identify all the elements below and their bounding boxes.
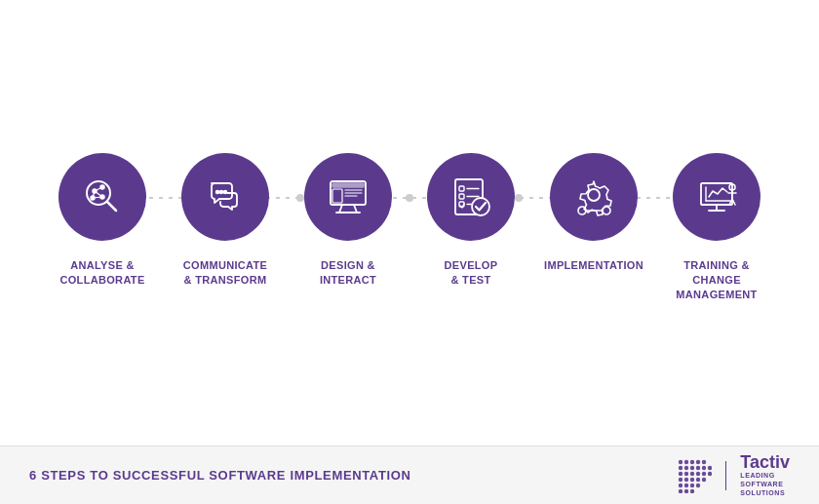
step-label-communicate: COMMUNICATE& TRANSFORM — [164, 258, 287, 288]
svg-rect-17 — [332, 183, 364, 187]
step-label-analyse: ANALYSE & COLLABORATE — [41, 258, 164, 288]
svg-point-10 — [216, 191, 219, 194]
svg-point-46 — [690, 459, 694, 463]
logo-sub: LEADINGSOFTWARESOLUTIONS — [740, 471, 790, 497]
svg-point-57 — [690, 471, 694, 475]
step-label-wrapper-analyse: ANALYSE & COLLABORATE — [41, 258, 164, 288]
svg-point-67 — [684, 483, 688, 486]
step-label-training: TRAINING &CHANGEMANAGEMENT — [655, 258, 778, 302]
step-label-wrapper-develop: DEVELOP& TEST — [410, 258, 532, 288]
svg-point-53 — [702, 465, 706, 469]
step-label-wrapper-communicate: COMMUNICATE& TRANSFORM — [164, 258, 287, 288]
svg-point-72 — [690, 488, 694, 492]
svg-line-7 — [95, 191, 102, 197]
step-label-wrapper-design: DESIGN &INTERACT — [287, 258, 410, 288]
svg-point-64 — [696, 477, 700, 481]
step-label-implementation: IMPLEMENTATION — [532, 258, 655, 273]
step-icon-implementation — [532, 153, 655, 241]
svg-point-50 — [684, 465, 688, 469]
step-label-wrapper-training: TRAINING &CHANGEMANAGEMENT — [655, 258, 778, 302]
svg-point-69 — [696, 483, 700, 486]
svg-point-29 — [472, 198, 489, 215]
step-circle-design — [304, 153, 392, 241]
step-icon-training — [655, 153, 778, 241]
analyse-icon — [79, 174, 126, 220]
tactiv-logo-dots — [677, 458, 712, 493]
step-icon-develop — [410, 153, 532, 241]
step-circle-training — [673, 153, 760, 241]
step-icon-communicate — [164, 153, 287, 241]
svg-point-51 — [690, 465, 694, 469]
svg-point-66 — [679, 483, 682, 486]
svg-point-58 — [696, 471, 700, 475]
step-circle-analyse — [58, 153, 146, 241]
design-icon — [325, 174, 371, 220]
svg-point-30 — [588, 189, 600, 201]
svg-line-14 — [339, 205, 342, 213]
svg-point-45 — [684, 459, 688, 463]
implementation-icon — [570, 174, 617, 220]
svg-point-60 — [708, 471, 712, 475]
logo-divider — [725, 461, 726, 490]
footer-title: 6 STEPS TO SUCCESSFUL SOFTWARE IMPLEMENT… — [29, 468, 411, 483]
svg-point-12 — [224, 191, 227, 194]
svg-rect-25 — [459, 194, 464, 199]
step-icon-analyse — [41, 153, 164, 241]
svg-point-61 — [679, 477, 682, 481]
svg-point-52 — [696, 465, 700, 469]
svg-point-48 — [702, 459, 706, 463]
svg-point-62 — [684, 477, 688, 481]
step-label-develop: DEVELOP& TEST — [410, 258, 532, 288]
svg-point-49 — [679, 465, 682, 469]
communicate-icon — [202, 174, 249, 220]
svg-point-44 — [679, 459, 682, 463]
logo-brand: Tactiv — [740, 453, 790, 471]
svg-point-32 — [603, 207, 610, 214]
step-label-wrapper-implementation: IMPLEMENTATION — [532, 258, 655, 273]
svg-point-71 — [684, 488, 688, 492]
logo-text-area: Tactiv LEADINGSOFTWARESOLUTIONS — [740, 453, 790, 497]
svg-rect-23 — [459, 186, 464, 191]
step-circle-develop — [427, 153, 515, 241]
svg-point-11 — [220, 191, 223, 194]
step-label-design: DESIGN &INTERACT — [287, 258, 410, 288]
svg-point-56 — [684, 471, 688, 475]
step-icon-design — [287, 153, 410, 241]
develop-icon — [448, 174, 494, 220]
labels-row: ANALYSE & COLLABORATE COMMUNICATE& TRANS… — [20, 258, 800, 302]
training-icon — [693, 174, 740, 220]
svg-line-15 — [354, 205, 357, 213]
svg-line-1 — [107, 202, 116, 211]
svg-point-47 — [696, 459, 700, 463]
footer: 6 STEPS TO SUCCESSFUL SOFTWARE IMPLEMENT… — [0, 446, 819, 504]
svg-point-59 — [702, 471, 706, 475]
svg-point-63 — [690, 477, 694, 481]
logo-area: Tactiv LEADINGSOFTWARESOLUTIONS — [677, 453, 790, 497]
step-circle-communicate — [181, 153, 269, 241]
svg-point-54 — [708, 465, 712, 469]
main-content: ANALYSE & COLLABORATE COMMUNICATE& TRANS… — [0, 0, 819, 446]
icons-row — [20, 153, 800, 241]
svg-rect-18 — [332, 189, 342, 203]
svg-point-70 — [679, 488, 682, 492]
steps-container: ANALYSE & COLLABORATE COMMUNICATE& TRANS… — [20, 153, 800, 302]
svg-point-65 — [702, 477, 706, 481]
step-circle-implementation — [550, 153, 638, 241]
svg-point-68 — [690, 483, 694, 486]
svg-point-55 — [679, 471, 682, 475]
